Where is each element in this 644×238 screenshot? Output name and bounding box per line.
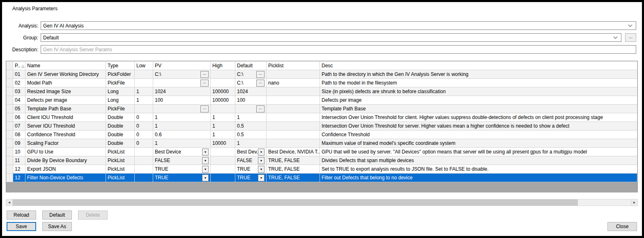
- cell-default[interactable]: 1: [235, 139, 267, 148]
- cell-high[interactable]: 1: [211, 113, 235, 122]
- cell-low[interactable]: [135, 156, 153, 165]
- cell-type[interactable]: PickFile: [106, 105, 135, 113]
- cell-picklist[interactable]: nano: [267, 79, 320, 87]
- table-row[interactable]: 02Model PathPickFile...C:\...nanoPath to…: [7, 79, 637, 87]
- cell-low[interactable]: 1: [135, 87, 153, 96]
- scrollbar-track[interactable]: [578, 199, 631, 206]
- table-row[interactable]: 03Resized Image SizeLong110241000001024S…: [7, 87, 637, 96]
- cell-default[interactable]: Best Dev...▼: [235, 148, 267, 156]
- reload-button[interactable]: Reload: [7, 211, 36, 220]
- cell-default[interactable]: 0.5: [235, 130, 267, 139]
- group-select[interactable]: Default: [41, 33, 621, 42]
- cell-pv[interactable]: C:\...: [153, 70, 211, 79]
- table-row[interactable]: 12Export JSONPickListTRUE▼TRUE▼TRUE, FAL…: [7, 165, 637, 174]
- cell-default[interactable]: ...: [235, 105, 267, 113]
- cell-low[interactable]: [135, 105, 153, 113]
- cell-picklist[interactable]: [267, 70, 320, 79]
- cell-type[interactable]: Double: [106, 122, 135, 130]
- cell-high[interactable]: [211, 156, 235, 165]
- cell-type[interactable]: PickFolder: [106, 70, 135, 79]
- cell-desc[interactable]: Confidence Threshold: [320, 130, 637, 139]
- cell-type[interactable]: PickList: [106, 165, 135, 174]
- cell-p[interactable]: 11: [13, 156, 25, 165]
- cell-high[interactable]: [211, 165, 235, 174]
- cell-pv[interactable]: 1: [153, 113, 211, 122]
- table-row[interactable]: 06Client IOU ThresholdDouble0111Intersec…: [7, 113, 637, 122]
- cell-desc[interactable]: Path to the model in the filesystem: [320, 79, 637, 87]
- table-row[interactable]: 01Gen IV Server Working DirectoryPickFol…: [7, 70, 637, 79]
- default-button[interactable]: Default: [42, 211, 72, 220]
- browse-button[interactable]: ...: [256, 105, 264, 112]
- browse-button[interactable]: ...: [200, 71, 209, 78]
- cell-p[interactable]: 10: [13, 148, 25, 156]
- cell-type[interactable]: Double: [106, 113, 135, 122]
- cell-default[interactable]: 1: [235, 113, 267, 122]
- cell-name[interactable]: Resized Image Size: [25, 87, 106, 96]
- cell-high[interactable]: [211, 174, 235, 182]
- cell-low[interactable]: 0: [135, 122, 153, 130]
- cell-p[interactable]: 07: [13, 122, 25, 130]
- cell-name[interactable]: Template Path Base: [25, 105, 106, 113]
- cell-default[interactable]: 0.5: [235, 122, 267, 130]
- cell-type[interactable]: Long: [106, 87, 135, 96]
- cell-p[interactable]: 01: [13, 70, 25, 79]
- col-header-default[interactable]: Default: [235, 62, 267, 70]
- cell-picklist[interactable]: [267, 130, 320, 139]
- cell-name[interactable]: Export JSON: [25, 165, 106, 174]
- cell-pv[interactable]: TRUE▼: [153, 174, 211, 182]
- cell-p[interactable]: 08: [13, 130, 25, 139]
- col-header-p[interactable]: P..△: [13, 62, 25, 70]
- col-header-high[interactable]: High: [211, 62, 235, 70]
- cell-low[interactable]: 0: [135, 113, 153, 122]
- cell-high[interactable]: [211, 105, 235, 113]
- col-header-picklist[interactable]: Picklist: [267, 62, 320, 70]
- cell-high[interactable]: 1: [211, 130, 235, 139]
- cell-name[interactable]: Divide By Device Boundary: [25, 156, 106, 165]
- table-row[interactable]: 04Defects per imageLong1100100000100Defe…: [7, 96, 637, 105]
- cell-type[interactable]: Double: [106, 130, 135, 139]
- scrollbar-thumb[interactable]: [13, 199, 578, 206]
- cell-default[interactable]: C:\...: [235, 70, 267, 79]
- dropdown-button[interactable]: ▼: [258, 149, 264, 156]
- cell-default[interactable]: C:\...: [235, 79, 267, 87]
- dropdown-button[interactable]: ▼: [202, 157, 209, 164]
- cell-picklist[interactable]: [267, 87, 320, 96]
- cell-default[interactable]: TRUE▼: [235, 174, 267, 182]
- cell-high[interactable]: 1: [211, 122, 235, 130]
- cell-low[interactable]: [135, 174, 153, 182]
- scroll-right-button[interactable]: ►: [631, 199, 637, 206]
- cell-desc[interactable]: Path to the directory in which the Gen I…: [320, 70, 637, 79]
- cell-picklist[interactable]: [267, 96, 320, 105]
- cell-default[interactable]: FALSE▼: [235, 156, 267, 165]
- horizontal-scrollbar[interactable]: ◄ ►: [6, 199, 638, 206]
- cell-p[interactable]: 09: [13, 139, 25, 148]
- cell-pv[interactable]: ...: [153, 105, 211, 113]
- cell-pv[interactable]: FALSE▼: [153, 156, 211, 165]
- table-row[interactable]: 05Template Path BasePickFile......Templa…: [7, 105, 637, 113]
- cell-name[interactable]: Client IOU Threshold: [25, 113, 106, 122]
- col-header-desc[interactable]: Desc: [320, 62, 637, 70]
- cell-pv[interactable]: ...: [153, 79, 211, 87]
- cell-p[interactable]: 12: [13, 174, 25, 182]
- cell-desc[interactable]: Maximum value of trained model's specifi…: [320, 139, 637, 148]
- dropdown-button[interactable]: ▼: [258, 157, 264, 164]
- scroll-left-button[interactable]: ◄: [6, 199, 13, 206]
- cell-type[interactable]: PickList: [106, 148, 135, 156]
- cell-pv[interactable]: 1024: [153, 87, 211, 96]
- cell-picklist[interactable]: [267, 113, 320, 122]
- cell-desc[interactable]: Intersection Over Union Threshold for se…: [320, 122, 637, 130]
- dropdown-button[interactable]: ▼: [258, 174, 264, 181]
- cell-name[interactable]: Server IOU Threshold: [25, 122, 106, 130]
- cell-low[interactable]: 0: [135, 139, 153, 148]
- cell-low[interactable]: 0: [135, 130, 153, 139]
- cell-p[interactable]: 12: [13, 165, 25, 174]
- dropdown-button[interactable]: ▼: [202, 149, 209, 156]
- cell-p[interactable]: 03: [13, 87, 25, 96]
- analysis-select[interactable]: Gen IV AI Analysis: [41, 21, 636, 30]
- cell-low[interactable]: 1: [135, 96, 153, 105]
- cell-p[interactable]: 02: [13, 79, 25, 87]
- save-button[interactable]: Save: [7, 222, 36, 231]
- cell-pv[interactable]: 100: [153, 96, 211, 105]
- cell-picklist[interactable]: Best Device, NVIDIA T...: [267, 148, 320, 156]
- cell-picklist[interactable]: TRUE, FALSE: [267, 174, 320, 182]
